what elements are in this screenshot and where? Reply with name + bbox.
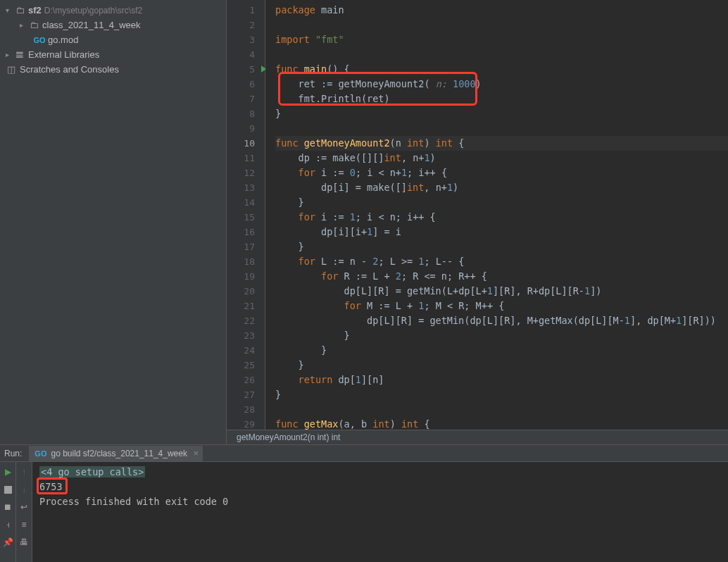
- line-number[interactable]: 18: [227, 254, 265, 269]
- tree-file[interactable]: GO go.mod: [0, 32, 226, 47]
- folded-calls[interactable]: <4 go setup calls>: [39, 466, 145, 477]
- tree-item-label: Scratches and Consoles: [20, 64, 119, 75]
- print-button[interactable]: 🖶: [18, 536, 30, 549]
- down-button[interactable]: ↓: [18, 483, 30, 496]
- editor[interactable]: 1 2 3 4 5 6 7 8 9 10 11 12 13 14 15 16 1…: [227, 0, 728, 444]
- line-number[interactable]: 9: [227, 121, 265, 136]
- folder-icon: 🗀: [28, 20, 39, 31]
- project-tool-window[interactable]: 🗀 sf2 D:\mysetup\gopath\src\sf2 🗀 class_…: [0, 0, 227, 444]
- scroll-button[interactable]: ≡: [18, 518, 30, 531]
- line-number[interactable]: 22: [227, 313, 265, 328]
- line-number[interactable]: 6: [227, 77, 265, 92]
- line-number[interactable]: 3: [227, 32, 265, 47]
- rerun-button[interactable]: ▶: [1, 466, 14, 478]
- stop-button[interactable]: [1, 483, 14, 496]
- project-root[interactable]: 🗀 sf2 D:\mysetup\gopath\src\sf2: [0, 3, 226, 18]
- run-toolbar-left: ▶ ⏹ ⫞ 📌: [0, 462, 16, 562]
- line-number[interactable]: 4: [227, 47, 265, 62]
- exit-line: Process finished with exit code 0: [39, 494, 721, 509]
- line-number[interactable]: 27: [227, 387, 265, 402]
- go-build-icon: GO: [34, 449, 46, 458]
- line-number[interactable]: 17: [227, 239, 265, 254]
- tree-folder[interactable]: 🗀 class_2021_11_4_week: [0, 18, 226, 32]
- run-toolbar-nav: ↑ ↓ ↩ ≡ 🖶: [16, 462, 32, 562]
- output-line: 6753: [39, 480, 721, 494]
- line-number[interactable]: 5: [227, 62, 265, 77]
- soft-wrap-button[interactable]: ↩: [18, 501, 30, 513]
- line-number[interactable]: 1: [227, 3, 265, 18]
- layout-button[interactable]: ⫞: [1, 518, 14, 531]
- chevron-right-icon[interactable]: [6, 51, 14, 58]
- exit-button[interactable]: ⏹: [1, 501, 14, 513]
- line-number[interactable]: 21: [227, 299, 265, 313]
- code-area[interactable]: package main import "fmt" func main() { …: [265, 0, 728, 444]
- breadcrumb[interactable]: getMoneyAmount2(n int) int: [227, 430, 728, 444]
- close-icon[interactable]: ×: [193, 448, 199, 458]
- run-tab-label: go build sf2/class_2021_11_4_week: [51, 449, 187, 458]
- line-number[interactable]: 10: [227, 136, 265, 151]
- tree-item-label: External Libraries: [28, 49, 99, 60]
- line-number[interactable]: 28: [227, 402, 265, 417]
- line-number[interactable]: 13: [227, 180, 265, 195]
- chevron-right-icon[interactable]: [20, 21, 28, 29]
- chevron-down-icon[interactable]: [6, 6, 14, 14]
- scratch-icon: ◫: [6, 64, 17, 75]
- run-tab[interactable]: GO go build sf2/class_2021_11_4_week ×: [29, 446, 203, 461]
- pin-button[interactable]: 📌: [1, 536, 14, 549]
- scratches-consoles[interactable]: ◫ Scratches and Consoles: [0, 62, 226, 77]
- external-libraries[interactable]: 𝌆 External Libraries: [0, 47, 226, 62]
- breadcrumb-text: getMoneyAmount2(n int) int: [237, 432, 340, 442]
- line-number[interactable]: 7: [227, 92, 265, 106]
- line-number[interactable]: 19: [227, 269, 265, 284]
- editor-gutter[interactable]: 1 2 3 4 5 6 7 8 9 10 11 12 13 14 15 16 1…: [227, 0, 265, 444]
- tree-item-label: go.mod: [48, 35, 78, 45]
- line-number[interactable]: 26: [227, 373, 265, 387]
- line-number[interactable]: 12: [227, 166, 265, 180]
- library-icon: 𝌆: [14, 49, 25, 61]
- go-file-icon: GO: [34, 35, 45, 46]
- console-output[interactable]: <4 go setup calls> 6753 Process finished…: [32, 462, 728, 562]
- line-number[interactable]: 16: [227, 225, 265, 239]
- line-number[interactable]: 23: [227, 328, 265, 343]
- project-root-name: sf2: [28, 5, 42, 15]
- project-root-path: D:\mysetup\gopath\src\sf2: [44, 6, 142, 15]
- run-tool-window[interactable]: Run: GO go build sf2/class_2021_11_4_wee…: [0, 444, 728, 562]
- line-number[interactable]: 2: [227, 18, 265, 32]
- run-label: Run:: [4, 449, 22, 458]
- line-number[interactable]: 14: [227, 195, 265, 210]
- line-number[interactable]: 25: [227, 358, 265, 373]
- tree-item-label: class_2021_11_4_week: [42, 20, 141, 30]
- line-number[interactable]: 20: [227, 284, 265, 299]
- line-number[interactable]: 11: [227, 151, 265, 166]
- folder-icon: 🗀: [14, 5, 25, 16]
- line-number[interactable]: 24: [227, 343, 265, 358]
- line-number[interactable]: 15: [227, 210, 265, 225]
- run-header: Run: GO go build sf2/class_2021_11_4_wee…: [0, 445, 728, 462]
- line-number[interactable]: 8: [227, 106, 265, 121]
- up-button[interactable]: ↑: [18, 466, 30, 478]
